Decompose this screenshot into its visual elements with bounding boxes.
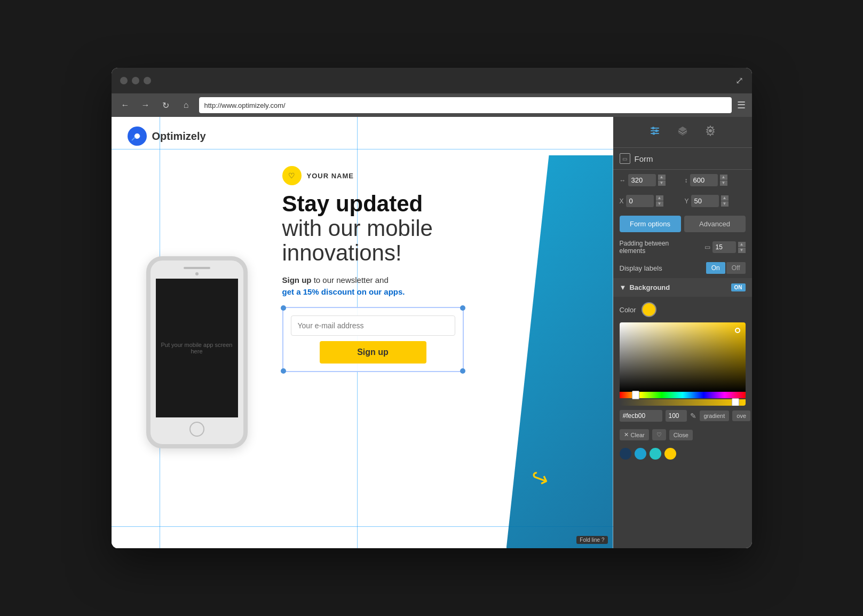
gradient-button[interactable]: gradient (700, 410, 730, 421)
background-badge: ON (731, 283, 746, 291)
color-picker-area[interactable] (620, 322, 746, 406)
width-icon: ↔ (620, 177, 626, 184)
y-up[interactable]: ▲ (721, 195, 729, 201)
gradient-overlay (620, 322, 746, 392)
x-group: X ▲ ▼ (620, 195, 680, 207)
heart-icon: ♡ (656, 431, 662, 438)
browser-window: ⤢ ← → ↻ ⌂ http://www.optimizely.com/ ☰ (112, 68, 752, 548)
subtext-bold: Sign up (282, 275, 312, 285)
clear-button[interactable]: ✕ Clear (620, 429, 649, 440)
form-handle-tl[interactable] (281, 305, 286, 311)
phone-container: Put your mobile app screen here (122, 161, 272, 544)
refresh-button[interactable]: ↻ (159, 98, 173, 113)
hero-heading-bold: Stay updated (282, 191, 423, 216)
height-up[interactable]: ▲ (720, 175, 727, 180)
y-down[interactable]: ▼ (721, 201, 729, 207)
form-icon: ▭ (620, 153, 630, 164)
browser-dot-close[interactable] (120, 77, 128, 84)
swatch-teal[interactable] (650, 448, 661, 460)
hero-content: ♡ YOUR NAME Stay updated with our mobile… (272, 161, 603, 544)
y-input[interactable] (691, 195, 719, 207)
color-swatch[interactable] (642, 302, 656, 317)
browser-titlebar: ⤢ (112, 68, 752, 93)
width-input[interactable] (628, 174, 656, 186)
close-button[interactable]: Close (669, 430, 693, 440)
tag-icon: ♡ (282, 166, 302, 185)
right-panel: ▭ Form ↔ ▲ ▼ ↕ ▲ ▼ (613, 117, 752, 548)
svg-point-7 (652, 132, 655, 135)
y-spinner: ▲ ▼ (721, 195, 729, 207)
favorite-button[interactable]: ♡ (652, 429, 666, 440)
panel-tab-sliders[interactable] (646, 123, 663, 141)
address-bar[interactable]: http://www.optimizely.com/ (199, 97, 732, 113)
x-down[interactable]: ▼ (656, 201, 663, 207)
advanced-button[interactable]: Advanced (684, 216, 746, 232)
forward-button[interactable]: → (138, 98, 153, 113)
subtext-highlight: get a 15% discount on our apps. (282, 287, 405, 296)
svg-rect-3 (651, 130, 659, 131)
width-height-row: ↔ ▲ ▼ ↕ ▲ ▼ (613, 170, 752, 191)
email-input[interactable] (291, 315, 455, 336)
guideline-horizontal-top (112, 149, 613, 149)
tag-label: YOUR NAME (307, 172, 354, 180)
browser-dot-minimize[interactable] (132, 77, 139, 84)
width-up[interactable]: ▲ (658, 175, 666, 180)
phone-home-button (189, 422, 204, 437)
padding-up[interactable]: ▲ (738, 242, 746, 247)
arrow-decoration: ↪ (527, 464, 553, 493)
height-icon: ↕ (685, 177, 688, 184)
padding-down[interactable]: ▼ (738, 248, 746, 253)
swatch-blue[interactable] (635, 448, 646, 460)
color-row: Color (613, 297, 752, 322)
svg-rect-2 (651, 128, 659, 129)
browser-dot-maximize[interactable] (144, 77, 151, 84)
panel-tab-layers[interactable] (674, 123, 691, 141)
back-button[interactable]: ← (118, 98, 133, 113)
height-input[interactable] (690, 174, 718, 186)
padding-input[interactable] (712, 241, 736, 253)
options-row: Form options Advanced (613, 211, 752, 236)
submit-button[interactable]: Sign up (320, 341, 426, 364)
swatch-yellow[interactable] (664, 448, 676, 460)
width-down[interactable]: ▼ (658, 180, 666, 186)
svg-point-6 (655, 130, 658, 132)
display-labels-label: Display labels (620, 264, 662, 272)
toggle-off-button[interactable]: Off (726, 262, 746, 274)
panel-tab-settings[interactable] (702, 123, 719, 141)
expand-icon[interactable]: ⤢ (735, 75, 743, 86)
panel-title: Form (635, 154, 653, 163)
swatch-navy[interactable] (620, 448, 631, 460)
hue-bar[interactable] (620, 392, 746, 398)
x-input[interactable] (626, 195, 654, 207)
background-label: Background (629, 283, 670, 291)
browser-toolbar: ← → ↻ ⌂ http://www.optimizely.com/ ☰ (112, 93, 752, 117)
opacity-bar[interactable] (620, 399, 746, 406)
form-handle-bl[interactable] (281, 368, 286, 374)
edit-icon-button[interactable]: ✎ (690, 412, 696, 420)
padding-row: Padding betweenelements ▭ ▲ ▼ (613, 236, 752, 258)
hue-cursor (632, 391, 639, 399)
hero-heading-light1: with our mobile (282, 216, 433, 241)
toggle-on-button[interactable]: On (706, 262, 725, 274)
background-section-header[interactable]: ▼ Background ON (613, 278, 752, 297)
form-options-button[interactable]: Form options (620, 216, 681, 232)
hex-input[interactable] (620, 410, 662, 422)
xy-row: X ▲ ▼ Y ▲ ▼ (613, 191, 752, 211)
width-group: ↔ ▲ ▼ (620, 174, 680, 186)
website-inner: Optimizely Put your mobile app screen he… (112, 117, 613, 548)
opacity-input[interactable] (666, 410, 687, 422)
gradient-box[interactable] (620, 322, 746, 392)
site-header: Optimizely (112, 117, 613, 155)
form-handle-tr[interactable] (460, 305, 465, 311)
home-button[interactable]: ⌂ (179, 98, 194, 113)
height-down[interactable]: ▼ (720, 180, 727, 186)
panel-tabs (613, 117, 752, 148)
collapse-icon: ▼ (620, 283, 627, 291)
menu-button[interactable]: ☰ (737, 99, 746, 111)
remove-button[interactable]: ove (732, 410, 750, 421)
svg-point-1 (134, 133, 140, 139)
form-handle-br[interactable] (460, 368, 465, 374)
x-up[interactable]: ▲ (656, 195, 663, 201)
subtext-rest: to our newsletter and (314, 275, 389, 285)
clear-label: Clear (631, 432, 645, 438)
